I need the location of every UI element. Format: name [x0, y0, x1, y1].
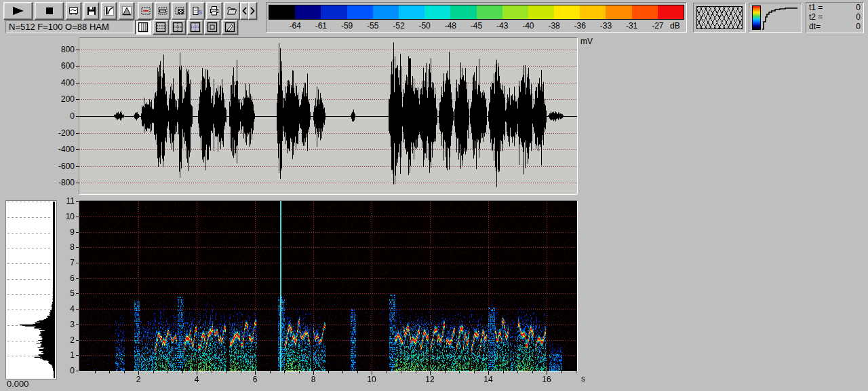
- layout-inner-button[interactable]: [204, 20, 220, 35]
- spectrogram-ytick-mark: [76, 309, 79, 310]
- db-colorbar: [269, 5, 684, 20]
- spectrum-view-button[interactable]: s: [189, 2, 205, 20]
- colorbar-tick-label: -48: [445, 21, 456, 31]
- next-button[interactable]: [248, 2, 257, 20]
- time-tick-mark: [167, 371, 168, 373]
- colorbar-tick-label: -36: [574, 21, 586, 31]
- time-tick-label: 6: [248, 375, 262, 384]
- folder-icon: [226, 5, 237, 16]
- spectrogram-ytick-label: 0: [54, 366, 75, 375]
- print-button[interactable]: [206, 2, 222, 20]
- time-tick-mark: [503, 371, 504, 373]
- analysis-settings-box: N=512 F=100 O=88 HAM: [5, 20, 134, 33]
- waveform-ytick-label: 200: [52, 94, 75, 104]
- spectrogram-ytick-label: 5: [54, 288, 75, 298]
- stop-button[interactable]: [35, 2, 64, 20]
- time-tick-mark: [182, 371, 183, 373]
- waveform-ytick-label: 0: [52, 111, 75, 121]
- colorbar-cell: [373, 5, 399, 19]
- spectrogram-ytick-label: 1: [54, 350, 75, 360]
- grid-h-icon: [155, 22, 166, 33]
- spectrogram-plot[interactable]: [79, 201, 577, 371]
- time-tick-mark: [576, 371, 576, 373]
- time-tick-label: 10: [365, 375, 378, 384]
- ruler-icon: [157, 5, 168, 16]
- cursor-info-row: t1 =0: [806, 3, 863, 12]
- waveform-ytick-mark: [76, 183, 79, 183]
- waveform-ytick-label: -800: [52, 178, 75, 187]
- time-tick-mark: [109, 371, 110, 373]
- save-button[interactable]: [83, 2, 99, 20]
- time-tick-mark: [226, 371, 226, 373]
- colorbar-tick-label: -38: [548, 21, 559, 31]
- spectrum-readout: 0.000: [7, 379, 29, 389]
- palette-gradient-icon: [752, 5, 761, 30]
- time-tick-mark: [459, 371, 460, 373]
- spectrogram-ytick-label: 11: [54, 196, 75, 206]
- region-icon: [140, 5, 151, 16]
- cursor-info-label: t2 =: [809, 12, 823, 22]
- waveform-plot[interactable]: [79, 38, 577, 194]
- colorbar-cell: [295, 5, 321, 19]
- waveform-ytick-label: -400: [52, 145, 75, 154]
- colorbar-tick-label: -64: [290, 21, 301, 31]
- time-tick-mark: [401, 371, 401, 373]
- open-button[interactable]: [224, 2, 240, 20]
- play-button[interactable]: [3, 2, 33, 20]
- time-tick-mark: [284, 371, 285, 373]
- colorbar-cell: [321, 5, 347, 19]
- colorbar-cell: [450, 5, 476, 19]
- window-function-button[interactable]: [119, 2, 134, 20]
- colorbar-tick-label: -61: [315, 21, 327, 31]
- time-tick-mark: [474, 371, 475, 373]
- floppy-icon: [86, 5, 97, 16]
- time-tick-label: 12: [423, 375, 437, 384]
- layout-hlines-button[interactable]: [153, 20, 169, 35]
- signal-view-button[interactable]: [138, 2, 153, 20]
- waveform-ytick-mark: [76, 133, 79, 134]
- time-tick-label: 4: [190, 375, 203, 384]
- waveform-ytick-mark: [76, 116, 79, 117]
- time-tick-mark: [270, 371, 271, 373]
- edit-button[interactable]: [222, 20, 238, 35]
- transfer-curve-icon: [762, 5, 799, 30]
- colorbar-tick-label: -55: [367, 21, 378, 31]
- spectrogram-ytick-mark: [76, 217, 79, 217]
- cursor-info-value: 0: [856, 22, 861, 31]
- layout-vlines-button[interactable]: [135, 20, 151, 35]
- cursor-info-row: t2 =0: [806, 12, 863, 22]
- layout-quad-cursor-button[interactable]: [187, 20, 203, 35]
- colorbar-tick-label: -45: [471, 21, 482, 31]
- waveform-ytick-mark: [76, 50, 79, 50]
- waveform-ytick-label: -600: [52, 162, 75, 171]
- layout-quad-button[interactable]: [170, 20, 186, 35]
- time-tick-label: 14: [481, 375, 495, 384]
- colorbar-tick-label: -59: [341, 21, 353, 31]
- grid-inner-icon: [207, 22, 218, 33]
- colorbar-tick-label: -50: [418, 21, 430, 31]
- chevron-right-icon: [250, 6, 256, 16]
- spectrogram-ytick-label: 10: [54, 212, 75, 221]
- scale-view-button[interactable]: [155, 2, 170, 20]
- time-tick-mark: [153, 371, 154, 373]
- spectrogram-ytick-label: 3: [54, 320, 75, 329]
- time-tick-mark: [212, 371, 212, 373]
- cursor-info-box: t1 =0t2 =0dt=0: [806, 2, 864, 33]
- pencil-icon: [224, 22, 235, 33]
- time-tick-mark: [328, 371, 329, 373]
- average-spectrum-panel[interactable]: [5, 200, 57, 379]
- colorbar-cell: [347, 5, 373, 19]
- analysis-settings-text: N=512 F=100 O=88 HAM: [9, 22, 109, 32]
- stop-icon: [44, 5, 55, 16]
- waveform-ytick-mark: [76, 99, 79, 100]
- hatch-pattern-icon: [696, 6, 743, 29]
- window-icon: [121, 5, 132, 16]
- spectrogram-view-button[interactable]: [172, 2, 187, 20]
- transfer-curve-button[interactable]: [101, 2, 117, 20]
- waveform-ytick-mark: [76, 83, 79, 83]
- record-monitor-button[interactable]: [66, 2, 81, 20]
- time-tick-label: 8: [307, 375, 320, 384]
- colorbar-tick-label: -43: [496, 21, 508, 31]
- colorbar-cell: [269, 5, 295, 19]
- time-tick-mark: [95, 371, 96, 373]
